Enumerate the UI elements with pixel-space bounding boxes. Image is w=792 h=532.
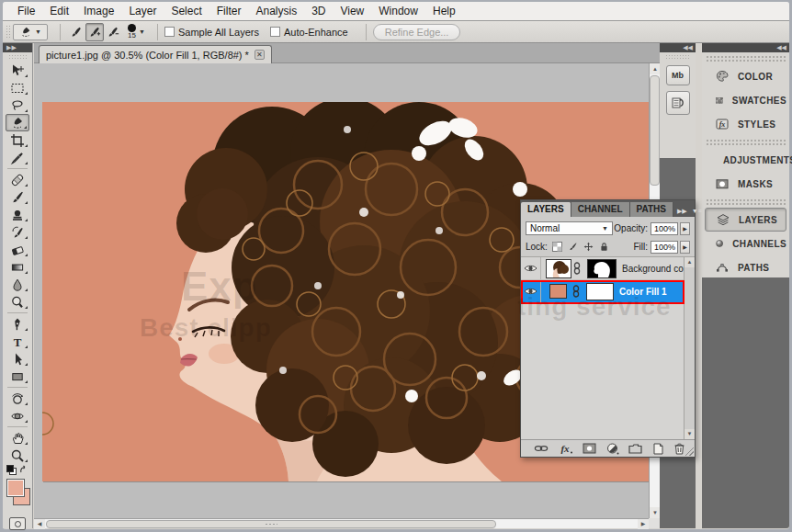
3d-camera-rotate-tool[interactable] <box>6 407 29 424</box>
rectangular-marquee-tool[interactable] <box>6 79 29 96</box>
mask-link-icon[interactable] <box>573 262 581 275</box>
move-tool[interactable] <box>6 62 29 79</box>
quick-mask-button[interactable] <box>9 517 26 530</box>
layer-name[interactable]: Background co... <box>622 264 691 274</box>
new-group-icon[interactable] <box>628 443 642 454</box>
blend-mode-select[interactable]: Normal ▼ <box>526 221 613 235</box>
tools-collapse-bar[interactable]: ▶▶ <box>3 43 32 52</box>
menu-layer[interactable]: Layer <box>121 5 164 17</box>
tools-grip[interactable] <box>8 54 27 60</box>
dock-button-swatches[interactable]: SWATCHES <box>705 88 786 112</box>
crop-tool[interactable] <box>6 131 29 149</box>
mini-bridge-button[interactable]: Mb <box>666 65 690 85</box>
dock-grip[interactable] <box>706 55 786 62</box>
dock-grip[interactable] <box>665 54 690 60</box>
visibility-toggle[interactable] <box>521 257 541 279</box>
tab-paths[interactable]: PATHS <box>630 202 673 217</box>
add-layer-mask-icon[interactable] <box>583 443 596 454</box>
horizontal-scrollbar[interactable]: ◀ ▶ <box>34 518 649 528</box>
brush-size-picker[interactable]: 15 ▼ <box>128 24 145 40</box>
opacity-slider-button[interactable]: ▶ <box>680 222 690 235</box>
type-tool[interactable]: T <box>6 333 29 350</box>
eraser-tool[interactable] <box>6 241 29 258</box>
scroll-left-arrow[interactable]: ◀ <box>34 519 45 529</box>
foreground-color-swatch[interactable] <box>6 479 25 497</box>
scroll-down-arrow[interactable]: ▼ <box>685 429 695 439</box>
lock-position-icon[interactable] <box>583 242 594 252</box>
panel-menu-icon[interactable]: ▼≡ <box>692 208 702 215</box>
lock-image-icon[interactable] <box>568 242 578 252</box>
link-layers-icon[interactable] <box>534 444 549 453</box>
blur-tool[interactable] <box>6 276 29 293</box>
document-tab[interactable]: picture1.jpg @ 30.5% (Color Fill 1, RGB/… <box>39 45 272 63</box>
new-layer-icon[interactable] <box>652 443 664 455</box>
menu-window[interactable]: Window <box>371 5 425 17</box>
history-panel-button[interactable] <box>666 91 690 115</box>
scroll-up-arrow[interactable]: ▲ <box>685 257 695 267</box>
new-adjustment-layer-icon[interactable] <box>606 443 619 455</box>
eyedropper-tool[interactable] <box>6 149 29 166</box>
dock-button-color[interactable]: COLOR <box>705 64 786 88</box>
path-selection-tool[interactable] <box>6 350 29 368</box>
horizontal-scroll-thumb[interactable] <box>46 520 496 528</box>
dodge-tool[interactable] <box>6 293 29 311</box>
gradient-tool[interactable] <box>6 258 29 276</box>
visibility-toggle[interactable] <box>521 280 541 302</box>
layer-style-icon[interactable]: fx <box>559 443 573 454</box>
menu-image[interactable]: Image <box>76 5 121 17</box>
zoom-tool[interactable] <box>6 447 29 464</box>
lock-all-icon[interactable] <box>599 242 609 252</box>
layers-scrollbar[interactable]: ▲ ▼ <box>684 257 695 439</box>
3d-object-rotate-tool[interactable] <box>6 390 29 407</box>
dock-button-styles[interactable]: fx STYLES <box>705 112 786 136</box>
add-to-selection-brush-button[interactable] <box>85 23 104 41</box>
dock-grip[interactable] <box>706 198 786 206</box>
brush-tool[interactable] <box>6 188 29 206</box>
spot-healing-brush-tool[interactable] <box>6 171 29 188</box>
hand-tool[interactable] <box>6 429 29 447</box>
menu-3d[interactable]: 3D <box>304 5 333 17</box>
layer-row-background-copy[interactable]: Background co... <box>521 257 695 280</box>
quick-selection-tool[interactable] <box>6 114 29 131</box>
panel-collapse-icon[interactable]: ▶▶ <box>677 208 687 215</box>
layer-thumbnail[interactable] <box>546 259 571 278</box>
mask-link-icon[interactable] <box>572 285 580 298</box>
menu-file[interactable]: File <box>10 5 42 17</box>
layer-row-color-fill-1[interactable]: Color Fill 1 <box>521 280 695 303</box>
clone-stamp-tool[interactable] <box>6 206 29 223</box>
layer-mask-thumbnail[interactable] <box>587 259 617 278</box>
dock-collapse-bar[interactable]: ◀◀ <box>702 43 789 52</box>
rectangle-tool[interactable] <box>6 368 29 385</box>
menu-view[interactable]: View <box>333 5 371 17</box>
vertical-scroll-thumb[interactable] <box>650 75 660 186</box>
auto-enhance-checkbox[interactable]: Auto-Enhance <box>270 27 348 38</box>
fill-color-thumbnail[interactable] <box>549 284 567 299</box>
dock-grip[interactable] <box>706 139 786 146</box>
menu-help[interactable]: Help <box>425 5 463 17</box>
fill-slider-button[interactable]: ▶ <box>680 241 690 254</box>
new-selection-brush-button[interactable] <box>67 23 85 41</box>
dock-button-adjustments[interactable]: ADJUSTMENTS <box>705 148 786 172</box>
scroll-right-arrow[interactable]: ▶ <box>638 519 649 529</box>
opacity-input[interactable]: 100% <box>651 222 678 235</box>
tab-layers[interactable]: LAYERS <box>521 202 571 217</box>
sample-all-layers-checkbox[interactable]: Sample All Layers <box>164 27 259 38</box>
default-colors-widget[interactable] <box>3 464 32 475</box>
subtract-from-selection-brush-button[interactable] <box>104 23 122 41</box>
close-icon[interactable]: ✕ <box>255 50 265 60</box>
menu-filter[interactable]: Filter <box>209 5 249 17</box>
tool-preset-picker[interactable]: ▼ <box>13 24 48 40</box>
dock-button-masks[interactable]: MASKS <box>705 172 786 196</box>
tab-channels[interactable]: CHANNEL <box>571 202 630 217</box>
pen-tool[interactable] <box>6 315 29 333</box>
layer-mask-thumbnail[interactable] <box>586 283 614 300</box>
history-brush-tool[interactable] <box>6 223 29 241</box>
fill-input[interactable]: 100% <box>651 241 678 254</box>
refine-edge-button[interactable]: Refine Edge... <box>373 24 461 40</box>
checkbox-box[interactable] <box>164 27 175 37</box>
dock-button-channels[interactable]: CHANNELS <box>705 232 786 255</box>
dock-button-paths[interactable]: PATHS <box>705 255 786 279</box>
layer-name[interactable]: Color Fill 1 <box>619 287 667 297</box>
checkbox-box[interactable] <box>270 27 280 37</box>
panel-resize-grip[interactable] <box>685 447 694 456</box>
